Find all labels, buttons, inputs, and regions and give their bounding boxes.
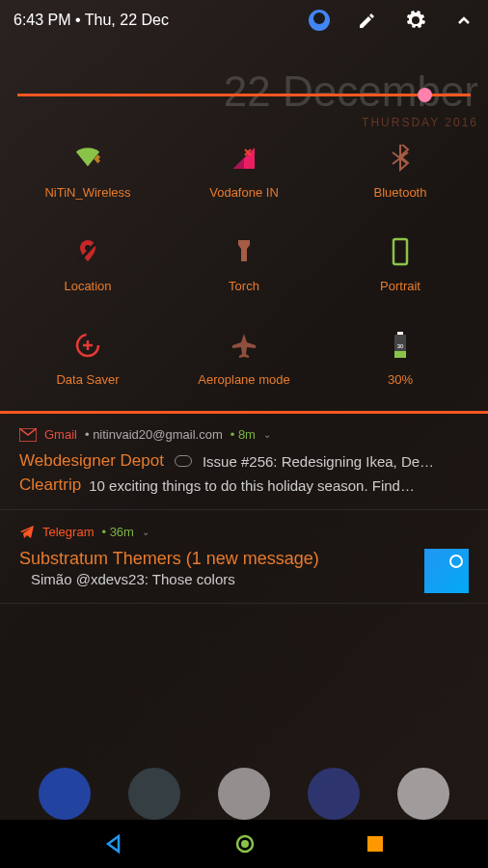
- tile-location[interactable]: Location: [10, 238, 166, 293]
- tile-label: Bluetooth: [374, 185, 427, 200]
- tile-airplane[interactable]: Aeroplane mode: [166, 332, 322, 387]
- dock-app[interactable]: [308, 768, 360, 820]
- tile-rotation[interactable]: Portrait: [322, 238, 478, 293]
- avatar-icon[interactable]: [309, 10, 330, 31]
- notif-item: Webdesigner Depot Issue #256: Redesignin…: [19, 451, 469, 471]
- tile-torch[interactable]: Torch: [166, 238, 322, 293]
- dock-app[interactable]: [397, 768, 449, 820]
- notif-app-name: Telegram: [42, 525, 94, 539]
- notif-title: Substratum Themers (1 new message): [19, 549, 415, 569]
- tile-label: Torch: [229, 279, 259, 293]
- svg-rect-4: [397, 332, 403, 335]
- battery-icon: 30: [387, 332, 414, 359]
- airplane-icon: [230, 332, 258, 359]
- notification-gmail[interactable]: Gmail • nitinvaid20@gmail.com • 8m ⌄ Web…: [0, 414, 488, 510]
- svg-rect-6: [394, 351, 406, 358]
- data-saver-icon: [74, 332, 101, 359]
- quick-tiles: NiTiN_Wireless Vodafone IN Bluetooth Loc…: [0, 96, 488, 406]
- tile-label: NiTiN_Wireless: [44, 185, 130, 200]
- notif-detail: Simão @xdevs23: Those colors: [31, 571, 415, 587]
- tile-label: Data Saver: [56, 372, 119, 387]
- tile-label: Location: [64, 279, 111, 293]
- signal-icon: [230, 145, 258, 172]
- back-icon[interactable]: [104, 834, 123, 854]
- home-icon[interactable]: [234, 833, 256, 854]
- notif-body: Substratum Themers (1 new message) Simão…: [19, 549, 469, 593]
- notif-header: Telegram • 36m ⌄: [19, 524, 469, 539]
- brightness-slider[interactable]: [17, 94, 471, 96]
- telegram-icon: [19, 524, 35, 539]
- chevron-down-icon[interactable]: ⌄: [142, 527, 149, 537]
- tile-label: Aeroplane mode: [198, 372, 289, 387]
- recent-icon[interactable]: [366, 835, 384, 853]
- svg-rect-11: [367, 836, 383, 852]
- tile-label: 30%: [388, 372, 413, 387]
- status-bar: 6:43 PM • Thu, 22 Dec: [0, 0, 488, 41]
- tile-wifi[interactable]: NiTiN_Wireless: [10, 145, 166, 200]
- status-time-date: 6:43 PM • Thu, 22 Dec: [14, 12, 309, 29]
- dock-app[interactable]: [218, 768, 270, 820]
- torch-icon: [230, 238, 258, 265]
- gear-icon[interactable]: [405, 10, 426, 31]
- notif-time: • 8m: [230, 427, 256, 442]
- tile-battery[interactable]: 30 30%: [322, 332, 478, 387]
- notif-sender: Webdesigner Depot: [19, 451, 164, 471]
- tile-data-saver[interactable]: Data Saver: [10, 332, 166, 387]
- home-dock: [0, 768, 488, 820]
- brightness-thumb[interactable]: [418, 88, 432, 102]
- notif-item: Cleartrip 10 exciting things to do this …: [19, 475, 469, 495]
- notif-header: Gmail • nitinvaid20@gmail.com • 8m ⌄: [19, 427, 469, 442]
- portrait-icon: [387, 238, 414, 265]
- notification-telegram[interactable]: Telegram • 36m ⌄ Substratum Themers (1 n…: [0, 510, 488, 604]
- notif-content: Substratum Themers (1 new message) Simão…: [19, 549, 415, 587]
- tile-cellular[interactable]: Vodafone IN: [166, 145, 322, 200]
- notif-sender: Cleartrip: [19, 475, 81, 495]
- notif-app-name: Gmail: [44, 427, 77, 442]
- attachment-icon: [175, 455, 192, 467]
- notif-text: 10 exciting things to do this holiday se…: [89, 477, 415, 494]
- chevron-up-icon[interactable]: [453, 10, 474, 31]
- wifi-icon: [74, 145, 101, 172]
- svg-rect-2: [393, 239, 407, 264]
- dock-app[interactable]: [39, 768, 91, 820]
- location-icon: [74, 238, 101, 265]
- notif-text: Issue #256: Redesigning Ikea, De…: [203, 453, 434, 470]
- navigation-bar: [0, 820, 488, 868]
- edit-icon[interactable]: [357, 10, 378, 31]
- tile-bluetooth[interactable]: Bluetooth: [322, 145, 478, 200]
- notification-shade: 6:43 PM • Thu, 22 Dec NiTiN_Wireless Vod…: [0, 0, 488, 604]
- notif-sub: • nitinvaid20@gmail.com: [85, 427, 223, 442]
- svg-point-10: [241, 840, 249, 848]
- gmail-icon: [19, 428, 37, 442]
- status-actions: [309, 10, 474, 31]
- chevron-down-icon[interactable]: ⌄: [263, 429, 271, 440]
- tile-label: Vodafone IN: [209, 185, 279, 200]
- svg-text:30: 30: [397, 343, 404, 349]
- notif-thumbnail: [424, 549, 469, 593]
- notif-time: • 36m: [101, 525, 133, 539]
- dock-app[interactable]: [128, 768, 180, 820]
- tile-label: Portrait: [380, 279, 420, 293]
- bluetooth-icon: [387, 145, 414, 172]
